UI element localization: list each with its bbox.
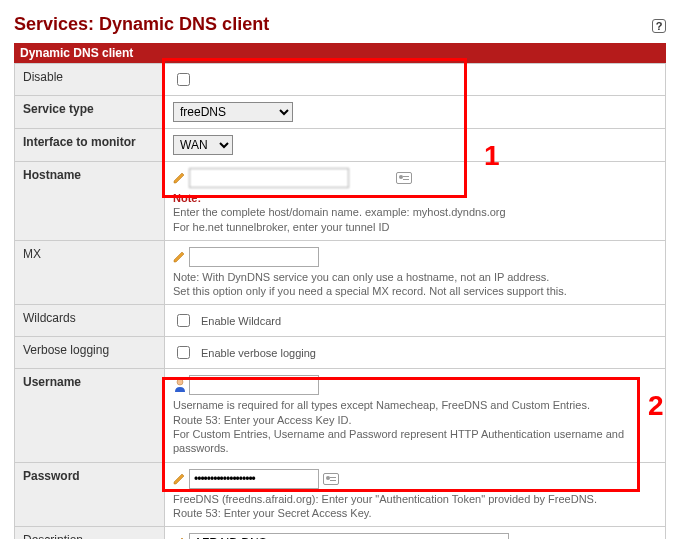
cell-hostname: Note: Enter the complete host/domain nam…	[165, 162, 666, 241]
service-type-select[interactable]: freeDNS	[173, 102, 293, 122]
password-input[interactable]	[189, 469, 319, 489]
label-mx: MX	[15, 240, 165, 305]
pencil-icon	[173, 172, 185, 184]
hostname-note: Note: Enter the complete host/domain nam…	[173, 191, 657, 234]
label-wildcards: Wildcards	[15, 305, 165, 337]
label-verbose: Verbose logging	[15, 337, 165, 369]
wildcards-checkbox[interactable]	[177, 314, 190, 327]
page-title: Services: Dynamic DNS client ?	[14, 14, 666, 35]
cell-wildcards: Enable Wildcard	[165, 305, 666, 337]
user-icon	[173, 378, 187, 392]
cell-description: Save Cancel Save & Force Update	[165, 527, 666, 539]
interface-select[interactable]: WAN	[173, 135, 233, 155]
username-note: Username is required for all types excep…	[173, 398, 657, 455]
label-disable: Disable	[15, 64, 165, 96]
svg-marker-0	[174, 173, 184, 183]
help-icon[interactable]: ?	[652, 19, 666, 33]
cell-interface: WAN	[165, 129, 666, 162]
label-username: Username	[15, 369, 165, 462]
verbose-label: Enable verbose logging	[201, 347, 316, 359]
label-password: Password	[15, 462, 165, 527]
cell-disable	[165, 64, 666, 96]
username-input[interactable]	[189, 375, 319, 395]
wildcards-label: Enable Wildcard	[201, 315, 281, 327]
pencil-icon	[173, 473, 185, 485]
label-description: Description	[15, 527, 165, 539]
cell-password: FreeDNS (freedns.afraid.org): Enter your…	[165, 462, 666, 527]
title-main: Dynamic DNS client	[99, 14, 269, 35]
form-table: Disable Service type freeDNS Interface t…	[14, 63, 666, 539]
note-label: Note:	[173, 192, 201, 204]
description-input[interactable]	[189, 533, 509, 539]
mx-input[interactable]	[189, 247, 319, 267]
label-interface: Interface to monitor	[15, 129, 165, 162]
addressbook-icon	[396, 172, 412, 184]
svg-marker-1	[174, 252, 184, 262]
verbose-checkbox[interactable]	[177, 346, 190, 359]
cell-username: Username is required for all types excep…	[165, 369, 666, 462]
svg-marker-3	[174, 474, 184, 484]
cell-service-type: freeDNS	[165, 96, 666, 129]
title-prefix: Services:	[14, 14, 94, 35]
label-service-type: Service type	[15, 96, 165, 129]
cell-mx: Note: With DynDNS service you can only u…	[165, 240, 666, 305]
section-bar: Dynamic DNS client	[14, 43, 666, 63]
svg-point-2	[177, 379, 183, 385]
addressbook-icon	[323, 473, 339, 485]
pencil-icon	[173, 251, 185, 263]
hostname-input[interactable]	[189, 168, 349, 188]
label-hostname: Hostname	[15, 162, 165, 241]
mx-note: Note: With DynDNS service you can only u…	[173, 270, 657, 299]
disable-checkbox[interactable]	[177, 73, 190, 86]
cell-verbose: Enable verbose logging	[165, 337, 666, 369]
help-container: ?	[652, 14, 666, 35]
password-note: FreeDNS (freedns.afraid.org): Enter your…	[173, 492, 657, 521]
